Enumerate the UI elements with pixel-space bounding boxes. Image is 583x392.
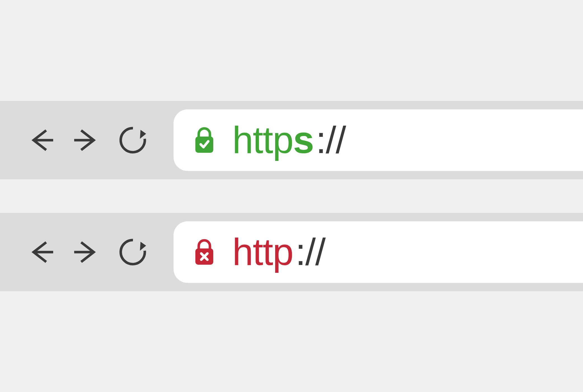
url-separator: :// (316, 118, 346, 162)
url-display: https:// (232, 118, 346, 162)
forward-button[interactable] (71, 125, 102, 156)
secure-lock-icon (193, 127, 216, 153)
protocol-text: https (232, 118, 313, 162)
back-arrow-icon (25, 237, 56, 267)
reload-icon (118, 125, 148, 156)
nav-controls (25, 237, 148, 267)
back-arrow-icon (25, 125, 56, 156)
url-display: http:// (232, 230, 325, 274)
reload-button[interactable] (118, 125, 148, 156)
browser-toolbar-secure: https:// (0, 101, 583, 179)
reload-button[interactable] (118, 237, 148, 267)
protocol-text: http (232, 230, 293, 274)
nav-controls (25, 125, 148, 156)
insecure-lock-icon (193, 239, 216, 265)
browser-toolbar-insecure: http:// (0, 213, 583, 291)
forward-arrow-icon (71, 237, 102, 267)
url-separator: :// (295, 230, 325, 274)
address-bar[interactable]: https:// (174, 109, 583, 171)
forward-arrow-icon (71, 125, 102, 156)
address-bar[interactable]: http:// (174, 221, 583, 283)
back-button[interactable] (25, 237, 56, 267)
reload-icon (118, 237, 148, 267)
forward-button[interactable] (71, 237, 102, 267)
back-button[interactable] (25, 125, 56, 156)
